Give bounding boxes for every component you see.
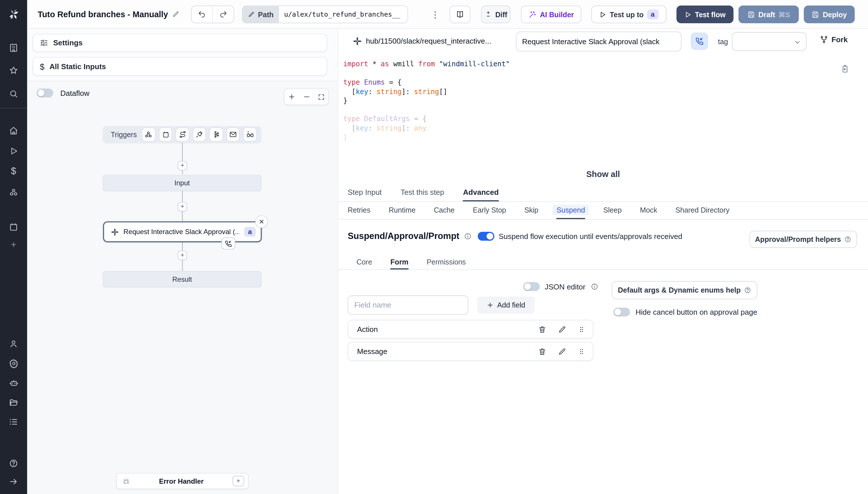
collapse-icon[interactable] xyxy=(0,473,27,490)
user-icon[interactable] xyxy=(0,335,27,352)
add-error-handler-button[interactable]: + xyxy=(233,476,244,487)
tag-select[interactable] xyxy=(732,32,807,51)
delete-field-icon[interactable] xyxy=(538,325,547,334)
json-editor-toggle[interactable] xyxy=(523,282,540,291)
undo-button[interactable] xyxy=(191,6,213,23)
deploy-button[interactable]: Deploy xyxy=(804,5,854,23)
tab-test-this-step[interactable]: Test this step xyxy=(401,184,444,202)
subtab-runtime[interactable]: Runtime xyxy=(389,202,415,219)
step-detail-panel: hub/11500/slack/request_interactive... t… xyxy=(338,29,868,494)
subtab-retries[interactable]: Retries xyxy=(348,202,370,219)
pencil-icon xyxy=(248,11,255,18)
tab-core[interactable]: Core xyxy=(356,255,372,269)
flow-settings-button[interactable]: Settings xyxy=(33,34,327,52)
logs-icon[interactable] xyxy=(0,413,27,430)
path-value[interactable]: u/alex/tuto_refund_branches__ xyxy=(279,6,407,23)
hub-script-path[interactable]: hub/11500/slack/request_interactive... xyxy=(366,37,492,45)
variables-icon[interactable]: $ xyxy=(0,163,27,180)
subtab-early-stop[interactable]: Early Stop xyxy=(473,202,506,219)
test-flow-button[interactable]: Test flow xyxy=(677,5,734,23)
zoom-in-button[interactable] xyxy=(288,93,296,101)
windmill-logo[interactable] xyxy=(0,0,27,29)
input-node[interactable]: Input xyxy=(103,175,261,191)
folders-icon[interactable] xyxy=(0,394,27,411)
webhook-icon[interactable] xyxy=(142,128,155,141)
draft-button[interactable]: Draft ⌘S xyxy=(739,5,799,23)
tab-permissions[interactable]: Permissions xyxy=(427,255,466,269)
add-step-button-bottom[interactable]: + xyxy=(178,251,187,260)
suspend-phone-badge[interactable] xyxy=(221,237,235,249)
sidebar-divider xyxy=(0,108,27,109)
runs-icon[interactable] xyxy=(0,143,27,159)
help-icon[interactable] xyxy=(0,455,27,471)
resources-icon[interactable] xyxy=(0,184,27,201)
route-icon[interactable] xyxy=(176,128,189,141)
form-field-row[interactable]: Message xyxy=(348,342,593,361)
copy-code-icon[interactable] xyxy=(841,65,849,73)
workers-icon[interactable] xyxy=(0,375,27,391)
subtab-mock[interactable]: Mock xyxy=(640,202,657,219)
path-editor[interactable]: Path u/alex/tuto_refund_branches__ xyxy=(242,5,408,23)
subtab-suspend[interactable]: Suspend xyxy=(557,202,585,219)
slack-approval-node[interactable]: Request Interactive Slack Approval (... … xyxy=(103,221,262,242)
add-icon[interactable]: + xyxy=(0,237,27,253)
star-icon[interactable] xyxy=(0,62,27,79)
add-step-button-middle[interactable]: + xyxy=(178,202,187,211)
result-node[interactable]: Result xyxy=(103,271,261,287)
apps-icon[interactable] xyxy=(0,39,27,56)
topbar: Tuto Refund branches - Manually Path u/a… xyxy=(27,0,868,29)
fit-view-button[interactable] xyxy=(317,93,325,100)
delete-step-button[interactable]: ✕ xyxy=(255,215,268,228)
subtab-cache[interactable]: Cache xyxy=(434,202,455,219)
websocket-icon[interactable] xyxy=(193,128,205,141)
suspend-toggle[interactable] xyxy=(478,232,494,241)
more-menu-button[interactable]: ⋮ xyxy=(429,5,441,23)
save-icon xyxy=(812,11,819,18)
edit-title-icon[interactable] xyxy=(172,11,179,18)
all-static-inputs-button[interactable]: $ All Static Inputs xyxy=(33,57,327,76)
schedules-icon[interactable] xyxy=(0,218,27,235)
settings-icon[interactable] xyxy=(0,355,27,372)
hide-cancel-toggle[interactable] xyxy=(613,307,630,317)
form-field-row[interactable]: Action xyxy=(348,320,593,339)
subtab-shared-directory[interactable]: Shared Directory xyxy=(676,202,730,219)
suspend-mode-button[interactable] xyxy=(691,33,708,50)
test-up-to-button[interactable]: Test up to a xyxy=(591,5,666,23)
dataflow-toggle[interactable] xyxy=(36,89,53,97)
diff-button[interactable]: Diff xyxy=(481,5,510,23)
schedule-icon[interactable] xyxy=(159,128,172,141)
add-field-button[interactable]: Add field xyxy=(477,297,535,314)
info-icon[interactable] xyxy=(590,283,598,290)
field-label: Action xyxy=(357,325,538,334)
edit-field-icon[interactable] xyxy=(558,347,566,356)
add-step-button-top[interactable]: + xyxy=(178,161,187,170)
play-icon xyxy=(684,11,691,18)
error-handler-node[interactable]: Error Handler + xyxy=(116,473,248,489)
kafka-icon[interactable] xyxy=(210,128,222,141)
field-name-input[interactable] xyxy=(348,296,468,315)
drag-handle-icon[interactable] xyxy=(578,325,585,334)
subtab-skip[interactable]: Skip xyxy=(524,202,538,219)
home-icon[interactable] xyxy=(0,122,27,139)
email-icon[interactable] xyxy=(227,128,239,141)
tab-form[interactable]: Form xyxy=(390,255,408,269)
drag-handle-icon[interactable] xyxy=(578,347,585,356)
docs-button[interactable] xyxy=(449,5,470,23)
tab-step-input[interactable]: Step Input xyxy=(348,184,382,202)
show-all-code-button[interactable]: Show all xyxy=(338,169,868,179)
poll-icon[interactable] xyxy=(244,128,256,141)
fork-button[interactable]: Fork xyxy=(820,35,848,44)
search-icon[interactable] xyxy=(0,85,27,102)
code-text: import * as wmill from "windmill-client"… xyxy=(343,60,510,142)
approval-helpers-button[interactable]: Approval/Prompt helpers xyxy=(750,231,857,248)
zoom-out-button[interactable] xyxy=(303,93,311,101)
ai-builder-button[interactable]: AI Builder xyxy=(521,5,581,23)
info-icon[interactable] xyxy=(464,232,472,240)
edit-field-icon[interactable] xyxy=(558,325,566,334)
subtab-sleep[interactable]: Sleep xyxy=(603,202,622,219)
default-args-help-button[interactable]: Default args & Dynamic enums help xyxy=(612,281,757,300)
tab-advanced[interactable]: Advanced xyxy=(463,184,499,202)
redo-button[interactable] xyxy=(213,6,234,23)
step-name-input[interactable] xyxy=(516,32,681,51)
delete-field-icon[interactable] xyxy=(538,347,547,356)
